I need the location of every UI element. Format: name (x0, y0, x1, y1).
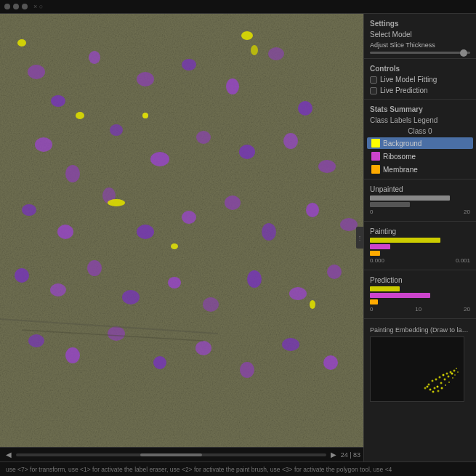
svg-point-64 (440, 382, 443, 384)
svg-point-50 (76, 112, 84, 119)
live-prediction-checkbox[interactable] (370, 87, 377, 94)
slice-thickness-row: Adjust Slice Thickness (364, 40, 476, 50)
legend-item-ribosome[interactable]: Ribosome (367, 150, 473, 162)
svg-point-12 (65, 165, 80, 182)
svg-point-49 (142, 113, 148, 118)
svg-point-34 (247, 270, 262, 288)
svg-point-18 (318, 160, 336, 173)
svg-point-9 (268, 47, 284, 60)
background-color-swatch (371, 139, 380, 148)
unpainted-axis-start: 0 (370, 209, 373, 215)
svg-point-11 (35, 137, 52, 152)
minimize-button[interactable] (13, 4, 19, 9)
svg-point-42 (240, 362, 254, 378)
slider-thumb (460, 49, 467, 57)
svg-point-25 (262, 223, 276, 241)
svg-point-24 (225, 195, 241, 210)
painting-section: Painting 0.000 0.001 (364, 225, 476, 267)
legend-item-membrane[interactable]: Membrane (367, 164, 473, 175)
svg-point-80 (454, 374, 456, 376)
maximize-button[interactable] (22, 4, 28, 9)
prediction-axis: 0 10 20 (370, 306, 470, 312)
close-button[interactable] (4, 4, 10, 9)
svg-point-27 (340, 218, 358, 231)
slice-slider[interactable] (370, 52, 470, 54)
svg-point-55 (428, 384, 430, 386)
title-bar: × ○ (0, 0, 476, 14)
painting-axis-start: 0.000 (370, 257, 384, 264)
svg-point-65 (444, 379, 446, 381)
unpainted-title: Unpainted (370, 185, 470, 193)
sidebar: Settings Select Model Adjust Slice Thick… (363, 14, 476, 461)
select-model-row: Select Model (364, 29, 476, 40)
svg-point-66 (448, 376, 450, 378)
svg-point-70 (427, 386, 429, 388)
svg-point-5 (89, 51, 100, 64)
svg-point-47 (251, 45, 258, 55)
svg-point-56 (432, 380, 434, 382)
scroll-left-btn[interactable]: ◀ (3, 449, 15, 461)
svg-point-58 (439, 376, 441, 379)
svg-point-3 (28, 65, 45, 79)
embedding-canvas[interactable] (370, 336, 464, 402)
unpainted-section: Unpainted 0 20 (364, 182, 476, 218)
svg-point-78 (445, 384, 446, 386)
window-controls[interactable]: × ○ (0, 0, 47, 13)
svg-point-4 (51, 95, 65, 107)
select-model-label: Select Model (370, 31, 412, 39)
slice-label: Adjust Slice Thickness (370, 41, 435, 49)
svg-point-69 (424, 387, 427, 390)
svg-point-45 (17, 39, 26, 47)
nav-position: 24 | 83 (341, 451, 360, 459)
scroll-right-btn[interactable]: ▶ (328, 449, 339, 461)
svg-point-76 (452, 377, 453, 379)
svg-point-52 (310, 300, 315, 309)
canvas-toolbar[interactable]: ◀ ▶ 24 | 83 (0, 447, 363, 461)
live-prediction-row[interactable]: Live Prediction (364, 85, 476, 96)
scroll-track[interactable] (16, 453, 326, 456)
painting-orange-bar (370, 251, 380, 256)
membrane-label: Membrane (383, 166, 418, 174)
legend-item-background[interactable]: Background (367, 137, 473, 149)
live-model-label: Live Model Fitting (380, 76, 437, 84)
svg-point-35 (289, 287, 307, 300)
svg-point-28 (15, 268, 29, 283)
divider-1 (364, 58, 476, 59)
slice-slider-row[interactable] (364, 50, 476, 55)
status-bar: use <7> for transform, use <1> for activ… (0, 461, 476, 476)
divider-6 (364, 318, 476, 319)
divider-5 (364, 270, 476, 270)
prediction-chart (370, 286, 470, 304)
main-area: ◀ ▶ 24 | 83 ⋮ Settings Select Model Adju… (0, 14, 476, 461)
painting-axis: 0.000 0.001 (370, 257, 470, 264)
unpainted-axis: 0 20 (370, 209, 470, 215)
painting-yellow-bar (370, 238, 440, 243)
svg-point-37 (28, 334, 44, 347)
scroll-thumb (140, 453, 202, 456)
prediction-bar-1 (370, 286, 470, 291)
live-model-checkbox[interactable] (370, 76, 377, 84)
class-labels-legend-header: Class Labels Legend (364, 115, 476, 126)
embedding-svg (371, 337, 464, 402)
prediction-section: Prediction 0 10 20 (364, 273, 476, 315)
embedding-section: Painting Embedding (Draw to label in emb… (364, 323, 476, 405)
divider-2 (364, 99, 476, 100)
svg-point-73 (437, 390, 440, 392)
unpainted-bar-segment-2 (370, 202, 410, 207)
prediction-axis-mid: 10 (415, 306, 421, 312)
live-model-row[interactable]: Live Model Fitting (364, 74, 476, 85)
svg-point-30 (87, 260, 102, 276)
painting-bar-1 (370, 237, 470, 243)
canvas-area[interactable]: ◀ ▶ 24 | 83 ⋮ (0, 14, 363, 461)
svg-point-6 (137, 72, 154, 86)
svg-point-22 (137, 225, 154, 239)
unpainted-bar-segment-1 (370, 195, 450, 201)
class-0-label: Class 0 (364, 126, 476, 137)
painting-purple-bar (370, 244, 390, 249)
sidebar-toggle-btn[interactable]: ⋮ (356, 227, 363, 249)
painting-bar-3 (370, 250, 470, 256)
prediction-bar-3 (370, 299, 470, 304)
svg-point-10 (298, 101, 312, 116)
svg-point-8 (226, 78, 239, 94)
svg-point-40 (153, 356, 166, 369)
